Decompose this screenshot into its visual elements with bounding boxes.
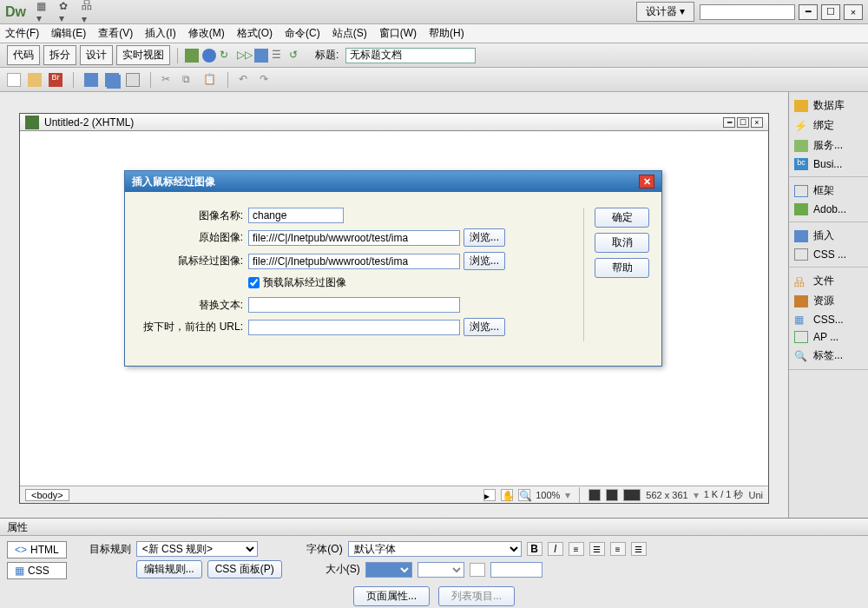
preview-icon[interactable] <box>202 49 216 63</box>
css-panel-button[interactable]: CSS 面板(P) <box>207 560 282 578</box>
maximize-button[interactable]: ☐ <box>821 4 840 20</box>
edit-rule-button[interactable]: 编辑规则... <box>136 560 202 578</box>
size-unit-select[interactable] <box>418 562 464 578</box>
redo-icon[interactable]: ↷ <box>260 73 273 87</box>
doc-max-button[interactable]: ☐ <box>737 117 749 128</box>
menu-commands[interactable]: 命令(C) <box>285 26 320 41</box>
original-browse-button[interactable]: 浏览... <box>464 228 505 247</box>
size-select[interactable] <box>365 562 412 578</box>
menu-view[interactable]: 查看(V) <box>98 26 133 41</box>
ok-button[interactable]: 确定 <box>595 208 649 228</box>
doc-min-button[interactable]: ━ <box>723 117 735 128</box>
site-icon[interactable]: 品 ▾ <box>82 4 97 20</box>
play-icon[interactable]: ▷▷ <box>237 49 251 63</box>
panel-server-behaviors[interactable]: 服务... <box>789 135 868 155</box>
preload-checkbox-row[interactable]: 预载鼠标经过图像 <box>248 275 346 290</box>
save-icon[interactable] <box>84 73 98 87</box>
saveall-icon[interactable] <box>105 73 119 87</box>
doc-close-button[interactable]: × <box>751 117 763 128</box>
html-tab[interactable]: <>HTML <box>7 541 67 558</box>
menu-edit[interactable]: 编辑(E) <box>51 26 86 41</box>
italic-button[interactable]: I <box>548 542 563 556</box>
alt-text-input[interactable] <box>248 297 460 313</box>
rollover-browse-button[interactable]: 浏览... <box>464 252 505 270</box>
url-browse-button[interactable]: 浏览... <box>464 318 505 336</box>
dialog-titlebar[interactable]: 插入鼠标经过图像 ✕ <box>125 171 661 192</box>
zoom-level[interactable]: 100% <box>536 490 560 500</box>
dialog-close-button[interactable]: ✕ <box>639 175 654 188</box>
desktop-size-icon[interactable] <box>623 489 641 501</box>
image-name-input[interactable] <box>248 208 344 223</box>
preload-checkbox[interactable] <box>248 277 260 288</box>
menu-format[interactable]: 格式(O) <box>237 26 273 41</box>
code-view-button[interactable]: 代码 <box>7 45 40 65</box>
design-view-button[interactable]: 设计 <box>80 45 113 65</box>
panel-assets[interactable]: 资源 <box>789 291 868 311</box>
open-icon[interactable] <box>28 73 42 87</box>
cut-icon[interactable]: ✂ <box>161 73 175 87</box>
paste-icon[interactable]: 📋 <box>203 73 217 87</box>
target-rule-select[interactable]: <新 CSS 规则> <box>136 541 258 557</box>
panel-css-styles[interactable]: CSS ... <box>789 246 868 263</box>
align-right-button[interactable]: ≡ <box>610 542 626 556</box>
original-image-input[interactable] <box>248 230 460 246</box>
panel-css[interactable]: ▦CSS... <box>789 311 868 328</box>
font-select[interactable]: 默认字体 <box>348 541 522 557</box>
workspace-switcher[interactable]: 设计器 ▾ <box>636 2 694 22</box>
close-button[interactable]: × <box>844 4 863 20</box>
menu-help[interactable]: 帮助(H) <box>429 26 464 41</box>
view-options-icon[interactable] <box>254 49 268 63</box>
bold-button[interactable]: B <box>527 542 542 556</box>
phone-size-icon[interactable] <box>589 489 601 501</box>
minimize-button[interactable]: ━ <box>799 4 818 20</box>
panel-tag[interactable]: 🔍标签... <box>789 346 868 366</box>
panel-business[interactable]: bcBusi... <box>789 155 868 173</box>
align-left-button[interactable]: ≡ <box>569 542 584 556</box>
title-input[interactable] <box>345 48 476 63</box>
help-button[interactable]: 帮助 <box>595 258 649 278</box>
panel-databases[interactable]: 数据库 <box>789 96 868 116</box>
onclick-url-input[interactable] <box>248 320 460 335</box>
copy-icon[interactable]: ⧉ <box>182 73 196 87</box>
file-mgmt-icon[interactable] <box>185 49 199 63</box>
menu-insert[interactable]: 插入(I) <box>145 26 175 41</box>
menu-window[interactable]: 窗口(W) <box>379 26 417 41</box>
select-tool-icon[interactable]: ▸ <box>483 489 496 501</box>
properties-title[interactable]: 属性 <box>0 519 868 536</box>
undo-icon[interactable]: ↶ <box>239 73 253 87</box>
panel-bindings[interactable]: ⚡绑定 <box>789 116 868 135</box>
panel-files[interactable]: 品文件 <box>789 271 868 291</box>
panel-ap[interactable]: AP ... <box>789 328 868 346</box>
panel-frames[interactable]: 框架 <box>789 181 868 201</box>
window-dimensions[interactable]: 562 x 361 <box>646 490 687 500</box>
layout-icon[interactable]: ▦ ▾ <box>36 4 52 20</box>
validate-icon[interactable]: ↺ <box>289 49 303 63</box>
rollover-image-input[interactable] <box>248 254 460 269</box>
list-item-button[interactable]: 列表项目... <box>438 586 515 606</box>
search-input[interactable] <box>700 4 795 20</box>
color-input[interactable] <box>490 562 542 578</box>
extend-icon[interactable]: ✿ ▾ <box>59 4 75 20</box>
new-icon[interactable] <box>7 73 21 87</box>
hand-tool-icon[interactable]: ✋ <box>501 489 513 501</box>
color-swatch[interactable] <box>470 563 485 577</box>
visual-aids-icon[interactable]: ☰ <box>272 49 286 63</box>
css-tab[interactable]: ▦CSS <box>7 562 67 579</box>
browse-icon[interactable]: Br <box>49 73 62 87</box>
refresh-icon[interactable]: ↻ <box>220 49 233 63</box>
zoom-tool-icon[interactable]: 🔍 <box>518 489 530 501</box>
live-view-button[interactable]: 实时视图 <box>116 45 170 65</box>
panel-insert[interactable]: 插入 <box>789 226 868 246</box>
print-icon[interactable] <box>126 73 140 87</box>
cancel-button[interactable]: 取消 <box>595 233 649 253</box>
tablet-size-icon[interactable] <box>606 489 618 501</box>
page-properties-button[interactable]: 页面属性... <box>353 586 430 606</box>
split-view-button[interactable]: 拆分 <box>43 45 76 65</box>
panel-adobe[interactable]: Adob... <box>789 201 868 218</box>
menu-file[interactable]: 文件(F) <box>5 26 39 41</box>
align-center-button[interactable]: ☰ <box>589 542 605 556</box>
menu-site[interactable]: 站点(S) <box>332 26 367 41</box>
align-justify-button[interactable]: ☰ <box>631 542 647 556</box>
menu-modify[interactable]: 修改(M) <box>188 26 225 41</box>
tag-selector[interactable]: <body> <box>25 489 69 501</box>
